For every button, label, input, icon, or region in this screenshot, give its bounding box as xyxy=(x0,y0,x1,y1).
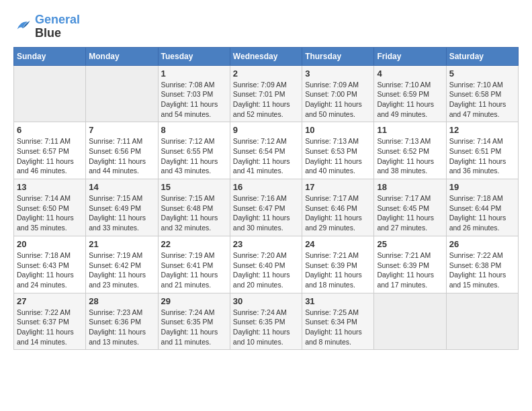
calendar-cell: 27Sunrise: 7:22 AMSunset: 6:37 PMDayligh… xyxy=(14,293,86,350)
calendar-cell xyxy=(86,65,158,122)
calendar-cell: 22Sunrise: 7:19 AMSunset: 6:41 PMDayligh… xyxy=(158,236,230,293)
cell-sun-info: Sunrise: 7:14 AMSunset: 6:51 PMDaylight:… xyxy=(449,136,515,176)
calendar-cell: 18Sunrise: 7:17 AMSunset: 6:45 PMDayligh… xyxy=(374,179,446,236)
cell-day-number: 21 xyxy=(89,239,154,249)
cell-day-number: 26 xyxy=(449,239,515,249)
calendar-week-row: 6Sunrise: 7:11 AMSunset: 6:57 PMDaylight… xyxy=(14,122,519,179)
cell-sun-info: Sunrise: 7:13 AMSunset: 6:53 PMDaylight:… xyxy=(305,136,371,176)
cell-sun-info: Sunrise: 7:11 AMSunset: 6:57 PMDaylight:… xyxy=(17,136,83,176)
calendar-cell xyxy=(374,293,446,350)
day-header-friday: Friday xyxy=(374,47,446,65)
calendar-cell xyxy=(14,65,86,122)
cell-day-number: 24 xyxy=(305,239,371,249)
calendar-cell: 23Sunrise: 7:20 AMSunset: 6:40 PMDayligh… xyxy=(230,236,302,293)
cell-sun-info: Sunrise: 7:21 AMSunset: 6:39 PMDaylight:… xyxy=(305,250,371,290)
calendar-cell: 31Sunrise: 7:25 AMSunset: 6:34 PMDayligh… xyxy=(302,293,374,350)
day-header-sunday: Sunday xyxy=(14,47,86,65)
calendar-cell: 7Sunrise: 7:11 AMSunset: 6:56 PMDaylight… xyxy=(86,122,158,179)
day-header-saturday: Saturday xyxy=(446,47,518,65)
cell-sun-info: Sunrise: 7:24 AMSunset: 6:35 PMDaylight:… xyxy=(233,308,299,347)
cell-sun-info: Sunrise: 7:10 AMSunset: 6:58 PMDaylight:… xyxy=(449,80,515,120)
cell-day-number: 6 xyxy=(17,125,83,135)
cell-day-number: 15 xyxy=(161,182,227,192)
cell-sun-info: Sunrise: 7:12 AMSunset: 6:55 PMDaylight:… xyxy=(161,136,227,176)
cell-sun-info: Sunrise: 7:22 AMSunset: 6:37 PMDaylight:… xyxy=(17,308,83,347)
calendar-cell: 13Sunrise: 7:14 AMSunset: 6:50 PMDayligh… xyxy=(14,179,86,236)
cell-sun-info: Sunrise: 7:14 AMSunset: 6:50 PMDaylight:… xyxy=(17,193,83,233)
cell-day-number: 17 xyxy=(305,182,371,192)
cell-day-number: 5 xyxy=(449,68,515,79)
cell-day-number: 3 xyxy=(305,68,371,79)
calendar-cell: 21Sunrise: 7:19 AMSunset: 6:42 PMDayligh… xyxy=(86,236,158,293)
calendar-table: SundayMondayTuesdayWednesdayThursdayFrid… xyxy=(13,47,519,351)
cell-sun-info: Sunrise: 7:18 AMSunset: 6:44 PMDaylight:… xyxy=(449,193,515,233)
calendar-cell: 6Sunrise: 7:11 AMSunset: 6:57 PMDaylight… xyxy=(14,122,86,179)
calendar-cell: 20Sunrise: 7:18 AMSunset: 6:43 PMDayligh… xyxy=(14,236,86,293)
cell-day-number: 27 xyxy=(17,296,83,306)
calendar-cell: 8Sunrise: 7:12 AMSunset: 6:55 PMDaylight… xyxy=(158,122,230,179)
calendar-header-row: SundayMondayTuesdayWednesdayThursdayFrid… xyxy=(14,47,519,65)
cell-day-number: 20 xyxy=(17,239,83,249)
cell-day-number: 12 xyxy=(449,125,515,135)
cell-day-number: 30 xyxy=(233,296,299,306)
calendar-cell: 11Sunrise: 7:13 AMSunset: 6:52 PMDayligh… xyxy=(374,122,446,179)
calendar-cell: 25Sunrise: 7:21 AMSunset: 6:39 PMDayligh… xyxy=(374,236,446,293)
day-header-tuesday: Tuesday xyxy=(158,47,230,65)
cell-sun-info: Sunrise: 7:08 AMSunset: 7:03 PMDaylight:… xyxy=(161,80,227,120)
calendar-cell: 30Sunrise: 7:24 AMSunset: 6:35 PMDayligh… xyxy=(230,293,302,350)
calendar-cell: 1Sunrise: 7:08 AMSunset: 7:03 PMDaylight… xyxy=(158,65,230,122)
cell-sun-info: Sunrise: 7:16 AMSunset: 6:47 PMDaylight:… xyxy=(233,193,299,233)
calendar-week-row: 27Sunrise: 7:22 AMSunset: 6:37 PMDayligh… xyxy=(14,293,519,350)
calendar-cell: 17Sunrise: 7:17 AMSunset: 6:46 PMDayligh… xyxy=(302,179,374,236)
calendar-cell: 4Sunrise: 7:10 AMSunset: 6:59 PMDaylight… xyxy=(374,65,446,122)
calendar-week-row: 20Sunrise: 7:18 AMSunset: 6:43 PMDayligh… xyxy=(14,236,519,293)
cell-sun-info: Sunrise: 7:23 AMSunset: 6:36 PMDaylight:… xyxy=(89,308,154,347)
cell-sun-info: Sunrise: 7:15 AMSunset: 6:49 PMDaylight:… xyxy=(89,193,154,233)
cell-day-number: 9 xyxy=(233,125,299,135)
cell-day-number: 14 xyxy=(89,182,154,192)
cell-sun-info: Sunrise: 7:09 AMSunset: 7:01 PMDaylight:… xyxy=(233,80,299,120)
calendar-cell: 5Sunrise: 7:10 AMSunset: 6:58 PMDaylight… xyxy=(446,65,518,122)
calendar-cell: 2Sunrise: 7:09 AMSunset: 7:01 PMDaylight… xyxy=(230,65,302,122)
calendar-cell: 9Sunrise: 7:12 AMSunset: 6:54 PMDaylight… xyxy=(230,122,302,179)
calendar-cell: 12Sunrise: 7:14 AMSunset: 6:51 PMDayligh… xyxy=(446,122,518,179)
cell-sun-info: Sunrise: 7:15 AMSunset: 6:48 PMDaylight:… xyxy=(161,193,227,233)
cell-day-number: 4 xyxy=(377,68,443,79)
cell-day-number: 11 xyxy=(377,125,443,135)
cell-sun-info: Sunrise: 7:20 AMSunset: 6:40 PMDaylight:… xyxy=(233,250,299,290)
calendar-week-row: 13Sunrise: 7:14 AMSunset: 6:50 PMDayligh… xyxy=(14,179,519,236)
cell-day-number: 25 xyxy=(377,239,443,249)
cell-sun-info: Sunrise: 7:24 AMSunset: 6:35 PMDaylight:… xyxy=(161,308,227,347)
cell-day-number: 23 xyxy=(233,239,299,249)
cell-day-number: 13 xyxy=(17,182,83,192)
cell-day-number: 18 xyxy=(377,182,443,192)
cell-sun-info: Sunrise: 7:12 AMSunset: 6:54 PMDaylight:… xyxy=(233,136,299,176)
cell-sun-info: Sunrise: 7:25 AMSunset: 6:34 PMDaylight:… xyxy=(305,308,371,347)
cell-day-number: 8 xyxy=(161,125,227,135)
calendar-cell: 29Sunrise: 7:24 AMSunset: 6:35 PMDayligh… xyxy=(158,293,230,350)
cell-day-number: 28 xyxy=(89,296,154,306)
cell-sun-info: Sunrise: 7:18 AMSunset: 6:43 PMDaylight:… xyxy=(17,250,83,290)
cell-sun-info: Sunrise: 7:22 AMSunset: 6:38 PMDaylight:… xyxy=(449,250,515,290)
cell-day-number: 10 xyxy=(305,125,371,135)
cell-day-number: 2 xyxy=(233,68,299,79)
logo-bird-icon xyxy=(13,16,32,35)
cell-sun-info: Sunrise: 7:19 AMSunset: 6:41 PMDaylight:… xyxy=(161,250,227,290)
calendar-cell: 14Sunrise: 7:15 AMSunset: 6:49 PMDayligh… xyxy=(86,179,158,236)
cell-sun-info: Sunrise: 7:19 AMSunset: 6:42 PMDaylight:… xyxy=(89,250,154,290)
calendar-cell xyxy=(446,293,518,350)
page-header: General Blue xyxy=(13,13,519,40)
calendar-cell: 28Sunrise: 7:23 AMSunset: 6:36 PMDayligh… xyxy=(86,293,158,350)
day-header-thursday: Thursday xyxy=(302,47,374,65)
day-header-wednesday: Wednesday xyxy=(230,47,302,65)
logo-text: General Blue xyxy=(35,13,80,40)
cell-day-number: 1 xyxy=(161,68,227,79)
calendar-cell: 10Sunrise: 7:13 AMSunset: 6:53 PMDayligh… xyxy=(302,122,374,179)
cell-day-number: 22 xyxy=(161,239,227,249)
cell-day-number: 29 xyxy=(161,296,227,306)
day-header-monday: Monday xyxy=(86,47,158,65)
cell-day-number: 31 xyxy=(305,296,371,306)
calendar-cell: 19Sunrise: 7:18 AMSunset: 6:44 PMDayligh… xyxy=(446,179,518,236)
calendar-cell: 16Sunrise: 7:16 AMSunset: 6:47 PMDayligh… xyxy=(230,179,302,236)
cell-day-number: 19 xyxy=(449,182,515,192)
